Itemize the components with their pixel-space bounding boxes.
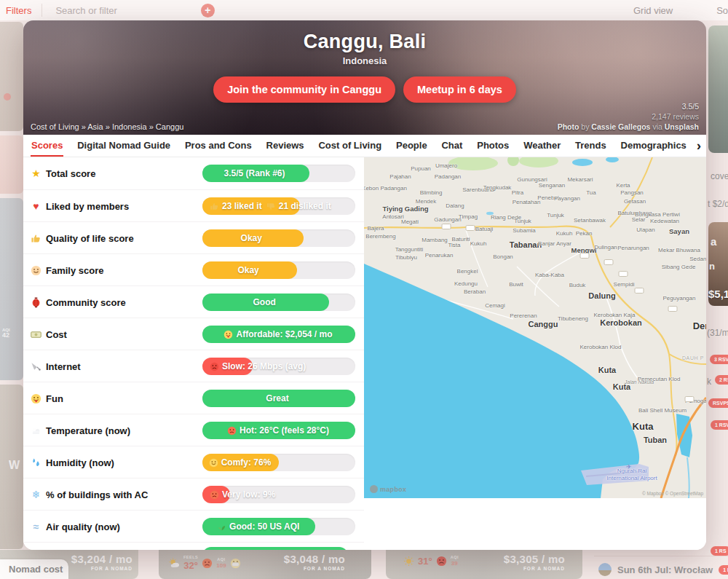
- map-label: Mekarsari: [567, 176, 593, 183]
- country-subtitle: Indonesia: [343, 55, 387, 66]
- score-bar-track: Very low: 9%: [202, 486, 355, 503]
- grid-view-button[interactable]: Grid view: [633, 5, 673, 16]
- route-shield: [668, 306, 678, 312]
- join-community-button[interactable]: Join the community in Canggu: [213, 76, 395, 103]
- score-bar-value: Good: [202, 294, 329, 311]
- map-label: Den: [693, 320, 706, 331]
- score-row[interactable]: ❄% of buildings with ACVery low: 9%: [23, 478, 364, 510]
- map-label: Getasan: [624, 198, 646, 205]
- map-label: Cemagi: [485, 302, 505, 309]
- map-label: Tiying Gading: [382, 205, 428, 213]
- map-attribution[interactable]: © Mapbox © OpenStreetMap: [642, 491, 703, 496]
- sort-button[interactable]: Sort: [716, 5, 728, 16]
- score-row[interactable]: Family scoreOkay: [23, 253, 364, 285]
- score-row[interactable]: Quality of life scoreOkay: [23, 221, 364, 253]
- score-row[interactable]: CostAffordable: $2,054 / mo: [23, 318, 364, 350]
- aqi-label: AQI: [217, 557, 225, 562]
- map-label: Sempidi: [614, 281, 635, 288]
- tab-people[interactable]: People: [395, 135, 428, 157]
- background-left-cards: AQI 42 W: [0, 20, 23, 550]
- city-card: 31° AQI 39 $3,305 / mo FOR A NOMAD: [386, 550, 582, 579]
- score-row[interactable]: ♥Liked by members23 liked it21 disliked …: [23, 189, 364, 221]
- nomad-cost-price: $3,204 / mo: [71, 553, 132, 565]
- background-right-panel: cover t $2/d a n $5,1 (31/m 3 RSVP k 2 R…: [706, 20, 728, 550]
- chevron-right-icon[interactable]: ›: [697, 138, 701, 154]
- score-row[interactable]: Community scoreGood: [23, 285, 364, 318]
- map-label: Tua: [586, 189, 596, 196]
- score-label: Quality of life score: [46, 233, 134, 244]
- map-label: Pajahan: [389, 173, 411, 180]
- add-filter-icon[interactable]: [201, 4, 215, 17]
- score-bar-track: Great: [202, 390, 355, 407]
- score-bar-value: Slow: 26 Mbps (avg): [202, 358, 361, 375]
- meetup-thumbnail: [708, 25, 728, 153]
- droplets-icon: [31, 457, 41, 468]
- score-label: Total score: [46, 168, 95, 179]
- map-label: Berembeng: [365, 233, 395, 240]
- tab-demographics[interactable]: Demographics: [620, 135, 687, 157]
- score-row[interactable]: Temperature (now)Hot: 26°C (feels 28°C): [23, 414, 364, 446]
- nomad-cost-caption: FOR A NOMAD: [284, 566, 345, 571]
- map-label: Tabanan: [510, 240, 542, 249]
- filters-button[interactable]: Filters: [0, 5, 41, 16]
- tab-cost-of-living[interactable]: Cost of Living: [317, 135, 382, 157]
- thumbs-down-icon: [266, 202, 276, 211]
- score-row[interactable]: InternetSlow: 26 Mbps (avg): [23, 350, 364, 382]
- nomad-cost-caption: FOR A NOMAD: [504, 566, 565, 571]
- search-input[interactable]: Search or filter: [55, 5, 117, 16]
- score-bar-value: Comfy: 76%: [202, 454, 279, 471]
- tab-photos[interactable]: Photos: [476, 135, 510, 157]
- sun-icon: [403, 556, 414, 567]
- score-label: Fun: [46, 393, 63, 404]
- satellite-icon: [31, 361, 41, 372]
- map-label: Penatahan: [513, 199, 541, 205]
- route-shield: [604, 259, 614, 265]
- aqi-value: 109: [216, 562, 226, 569]
- map-label: Bengkel: [457, 268, 478, 275]
- map-label: DAUH P: [682, 355, 704, 361]
- tab-weather[interactable]: Weather: [523, 135, 561, 157]
- map-label: Payangan: [554, 195, 580, 202]
- background-card: [0, 135, 23, 194]
- mapbox-logo[interactable]: mapbox: [370, 485, 406, 493]
- score-label: Temperature (now): [46, 425, 130, 436]
- score-row[interactable]: ≈Air quality (now)Good: 50 US AQI: [23, 510, 364, 542]
- score-row[interactable]: ★Total score3.5/5 (Rank #6): [23, 157, 364, 189]
- tab-reviews[interactable]: Reviews: [266, 135, 305, 157]
- nomad-cost-tab: Nomad cost: [0, 559, 68, 579]
- map[interactable]: ✈ KutaDenTabananCangguKerobokanDalungKut…: [364, 157, 706, 498]
- map-label: Tuban: [644, 436, 667, 444]
- score-row[interactable]: FunGreat: [23, 382, 364, 414]
- map-label: Subamia: [513, 227, 536, 234]
- map-label: Peguyangan: [663, 295, 696, 302]
- cloud-icon: [31, 425, 41, 436]
- nomad-cost-price: $3,305 / mo: [504, 553, 565, 565]
- nomad-cost-price: $3,048 / mo: [284, 553, 345, 565]
- map-label: Kerobokan: [600, 318, 641, 327]
- tab-pros-and-cons[interactable]: Pros and Cons: [184, 135, 253, 157]
- rsvp-badge: 3 RSVP: [710, 355, 728, 364]
- map-label: Kedungu: [454, 280, 478, 287]
- tab-trends[interactable]: Trends: [574, 135, 607, 157]
- map-label: Gunungsari: [517, 176, 547, 183]
- map-label: Sayan: [669, 227, 689, 235]
- score-row[interactable]: Humidity (now)Comfy: 76%: [23, 446, 364, 478]
- map-label: Tista: [448, 242, 460, 248]
- map-label: Tibubeneng: [558, 315, 588, 322]
- score-bar-fill: [202, 547, 348, 550]
- tab-scores[interactable]: Scores: [31, 135, 63, 157]
- breadcrumb[interactable]: Cost of Living » Asia » Indonesia » Cang…: [31, 122, 183, 131]
- photo-credit[interactable]: Photo by Cassie Gallegos via Unsplash: [558, 122, 699, 132]
- city-avatar: [598, 563, 612, 576]
- tab-chat[interactable]: Chat: [440, 135, 463, 157]
- map-label: Pitra: [512, 189, 523, 196]
- route-shield: [580, 253, 590, 259]
- meetup-button[interactable]: Meetup in 6 days: [403, 76, 516, 103]
- score-label: Humidity (now): [46, 457, 114, 468]
- map-panel: ✈ KutaDenTabananCangguKerobokanDalungKut…: [364, 157, 706, 550]
- map-label: Mambang: [422, 237, 448, 243]
- map-label: Sibang Gede: [662, 264, 696, 270]
- heart-icon: ♥: [31, 201, 41, 212]
- lantern-icon: [31, 297, 41, 308]
- tab-digital-nomad-guide[interactable]: Digital Nomad Guide: [76, 135, 171, 157]
